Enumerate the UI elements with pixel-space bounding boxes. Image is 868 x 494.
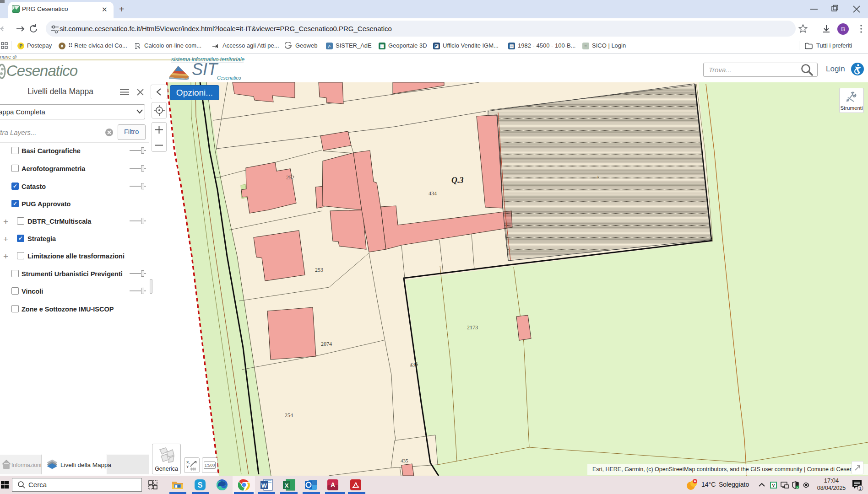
svg-text:k: k [597,175,600,179]
svg-text:254: 254 [285,412,293,419]
svg-text:252: 252 [286,174,294,181]
svg-text:434: 434 [429,190,437,197]
svg-text:Y: Y [186,465,189,469]
svg-text:V: V [772,483,775,488]
svg-text:435: 435 [401,458,408,463]
svg-text:X,: X, [186,460,190,464]
svg-text:1: 1 [859,486,861,491]
svg-text:A: A [331,481,335,489]
svg-text:X: X [285,482,289,489]
svg-text:2074: 2074 [321,341,332,347]
svg-text:2173: 2173 [467,324,478,331]
svg-text:W: W [261,482,267,489]
svg-text:253: 253 [315,267,323,273]
svg-text:Q.3: Q.3 [451,176,464,185]
svg-text:S: S [198,481,203,489]
